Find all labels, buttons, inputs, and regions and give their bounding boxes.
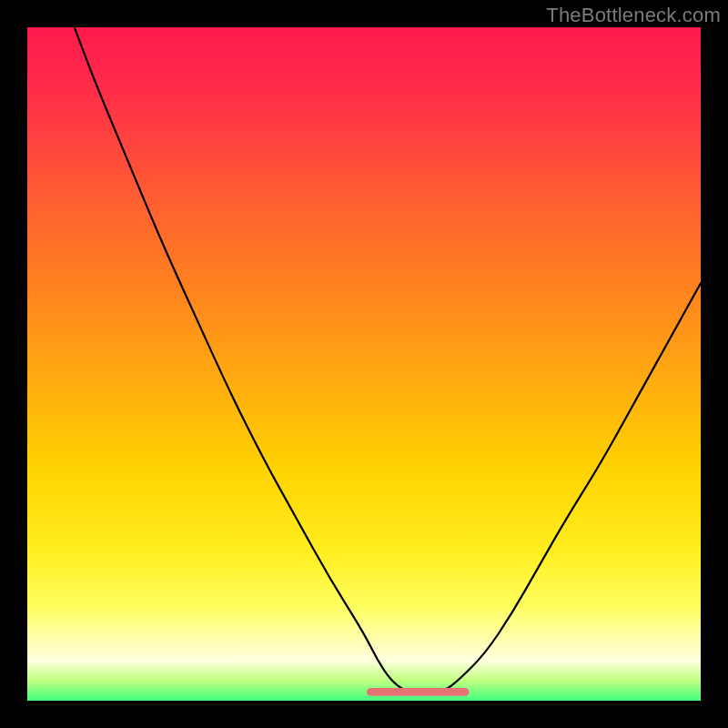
bottleneck-curve-svg (27, 27, 701, 701)
plot-area (27, 27, 701, 701)
watermark-text: TheBottleneck.com (546, 4, 721, 27)
chart-frame: TheBottleneck.com (0, 0, 728, 728)
bottleneck-curve-path (75, 27, 701, 694)
